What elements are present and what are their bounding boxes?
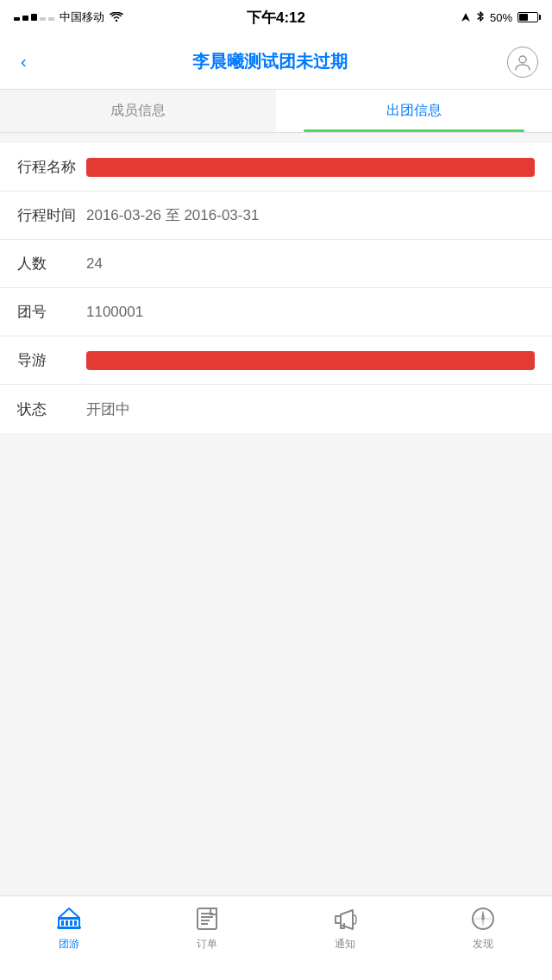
svg-rect-9 [198, 908, 216, 929]
status-bar: 中国移动 下午4:12 50% [0, 0, 552, 35]
tab-switcher: 成员信息 出团信息 [0, 90, 552, 133]
field-status: 状态 开团中 [0, 385, 552, 433]
svg-rect-5 [70, 920, 72, 926]
field-guide: 导游 [0, 336, 552, 385]
status-time: 下午4:12 [247, 8, 305, 28]
value-trip-name [86, 158, 535, 177]
bottom-tab-discover[interactable]: 发现 [414, 905, 552, 952]
signal-icon [14, 14, 54, 21]
svg-marker-7 [59, 908, 79, 918]
field-trip-name: 行程名称 [0, 143, 552, 192]
svg-point-14 [353, 915, 356, 924]
svg-point-0 [116, 20, 117, 22]
tab-tour-info[interactable]: 出团信息 [276, 90, 552, 132]
bottom-label-notice: 通知 [335, 937, 355, 952]
label-status: 状态 [17, 399, 86, 419]
value-trip-time: 2016-03-26 至 2016-03-31 [86, 205, 535, 225]
bottom-label-discover: 发现 [473, 937, 493, 952]
label-headcount: 人数 [17, 254, 86, 273]
svg-rect-6 [74, 920, 77, 926]
value-guide [86, 351, 535, 370]
svg-rect-3 [61, 920, 64, 926]
label-trip-time: 行程时间 [17, 205, 86, 225]
page-title: 李晨曦测试团未过期 [34, 50, 507, 73]
field-trip-time: 行程时间 2016-03-26 至 2016-03-31 [0, 192, 552, 240]
svg-rect-4 [66, 920, 68, 926]
order-icon [196, 905, 218, 933]
bottom-tab-order[interactable]: 订单 [138, 905, 276, 952]
info-section: 行程名称 行程时间 2016-03-26 至 2016-03-31 人数 24 … [0, 143, 552, 433]
bottom-tab-notice[interactable]: 通知 [276, 905, 414, 952]
bottom-label-order: 订单 [197, 937, 217, 952]
field-headcount: 人数 24 [0, 240, 552, 288]
notice-icon [332, 905, 358, 933]
value-headcount: 24 [86, 255, 535, 273]
label-guide: 导游 [17, 350, 86, 370]
status-left: 中国移动 [14, 9, 123, 25]
tour-icon [56, 905, 82, 933]
location-icon [461, 12, 471, 22]
back-button[interactable]: ‹ [14, 45, 34, 79]
svg-point-1 [519, 56, 526, 63]
battery-percent: 50% [490, 11, 512, 24]
field-group-number: 团号 1100001 [0, 288, 552, 336]
value-status: 开团中 [86, 399, 535, 419]
nav-bar: ‹ 李晨曦测试团未过期 [0, 35, 552, 90]
label-trip-name: 行程名称 [17, 157, 86, 177]
bottom-tab-bar: 团游 订单 通 [0, 895, 552, 980]
avatar[interactable] [507, 47, 538, 78]
status-right: 50% [461, 11, 538, 24]
value-group-number: 1100001 [86, 304, 535, 321]
svg-rect-8 [57, 927, 81, 929]
tab-member[interactable]: 成员信息 [0, 90, 276, 132]
discover-icon [471, 905, 495, 933]
carrier-label: 中国移动 [60, 9, 104, 25]
bottom-tab-tour[interactable]: 团游 [0, 905, 138, 952]
battery-icon [518, 12, 538, 22]
wifi-icon [110, 12, 123, 22]
bluetooth-icon [476, 11, 485, 23]
bottom-label-tour: 团游 [59, 937, 79, 952]
label-group-number: 团号 [17, 302, 86, 322]
